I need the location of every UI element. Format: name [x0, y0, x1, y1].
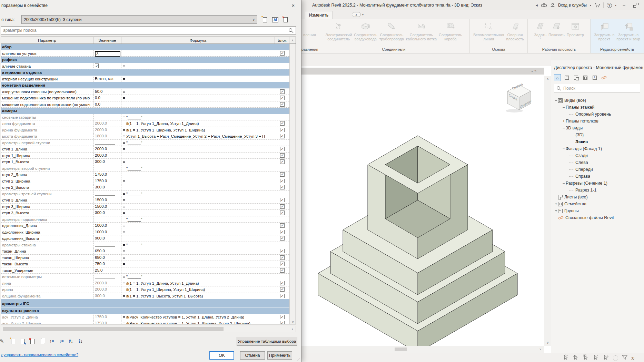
lock-cell[interactable] — [275, 165, 289, 172]
lock-cell[interactable]: ✓ — [275, 204, 289, 210]
parameter-row[interactable]: ступ 2_Ширина1750.0=✓ — [1, 178, 289, 185]
column-header-parameter[interactable]: Параметр — [1, 37, 93, 43]
parameter-formula[interactable]: = if(1 = 1, Уступ 1_Длина, Уступ 1_Длина… — [121, 120, 275, 127]
parameter-value[interactable]: 2000.0 — [93, 120, 121, 127]
ribbon-button-Опорная[interactable]: Опорнаяплоскость — [505, 20, 525, 41]
tree-item-сзади[interactable]: Сзади — [551, 152, 644, 159]
parameter-value[interactable]: 2000.0 — [93, 127, 121, 133]
lock-checkbox[interactable]: ✓ — [280, 51, 285, 56]
parameter-row[interactable]: асч_Уступ 2_Длина1750.0= if(Расч_Количес… — [1, 314, 289, 321]
scroll-right-icon[interactable]: › — [537, 346, 543, 353]
parameter-row[interactable]: такан_Ширина650.0=✓ — [1, 255, 289, 261]
sort-asc-icon[interactable]: AZ↓ — [68, 338, 75, 345]
tree-item-группы[interactable]: +Группы — [551, 207, 644, 214]
parameter-value[interactable]: 1000.0 — [93, 229, 121, 235]
parameter-row[interactable]: ступ 3_Высота300.0=✓ — [1, 210, 289, 216]
lock-cell[interactable]: ✓ — [275, 89, 289, 95]
scroll-up-icon[interactable]: ∧ — [544, 76, 551, 82]
select-underlay-icon[interactable] — [573, 354, 579, 362]
lock-cell[interactable]: ✓ — [275, 133, 289, 139]
parameter-value[interactable] — [93, 216, 121, 223]
parameter-formula[interactable]: = if(Расч_Количество уступов = 1, Уступ … — [121, 320, 275, 324]
parameter-formula[interactable]: = — [121, 235, 275, 242]
browser-tab-views-icon[interactable] — [563, 74, 570, 81]
parameter-value[interactable]: 1000.0 — [93, 223, 121, 229]
ribbon-panel-label[interactable]: Основа — [470, 46, 527, 53]
parameter-formula[interactable]: = — [121, 197, 275, 203]
ribbon-button-Просмотр[interactable]: Просмотр — [566, 20, 585, 37]
parameter-formula[interactable]: = — [121, 101, 275, 108]
tree-item-связанные-файлы-revit[interactable]: Связанные файлы Revit — [551, 214, 644, 221]
parameter-value[interactable]: 2000.0 — [93, 146, 121, 152]
lock-checkbox[interactable]: ✓ — [280, 294, 285, 298]
minimize-button[interactable]: – — [620, 3, 628, 8]
lock-cell[interactable]: ✓ — [275, 95, 289, 101]
parameter-value[interactable]: 2000.0 — [93, 153, 121, 159]
lock-cell[interactable]: ✓ — [275, 101, 289, 108]
ribbon-panel-label[interactable]: Редактор семейств — [591, 46, 644, 53]
tree-item-label[interactable]: Эскиз — [575, 139, 588, 144]
group-row[interactable]: араметры стакана= "______" — [1, 242, 289, 248]
parameter-formula[interactable]: = if(1 = 1, Уступ 1_Ширина, Уступ 1_Шири… — [121, 286, 275, 293]
browser-tab-link-icon[interactable] — [601, 74, 607, 81]
group-row[interactable]: истемные параметры= "______" — [1, 274, 289, 280]
cancel-button[interactable]: Отмена — [240, 351, 265, 360]
type-select[interactable]: 2000x2000x1500(h)_3 ступени ∨ — [21, 15, 257, 24]
collapse-icon[interactable]: − — [562, 126, 566, 130]
lock-cell[interactable]: ✓ — [275, 261, 289, 267]
lock-checkbox[interactable]: ✓ — [280, 211, 285, 215]
parameter-formula[interactable]: = — [121, 248, 275, 254]
delete-type-button[interactable]: × — [281, 16, 290, 24]
foundation-3d-model[interactable] — [301, 73, 551, 353]
collapse-icon[interactable]: − — [562, 146, 566, 151]
parameter-value[interactable] — [93, 114, 121, 120]
tree-item-разрезы-сечение-1-[interactable]: −Разрезы (Сечение 1) — [551, 180, 644, 187]
browser-tab-home-icon[interactable]: ⌂ — [554, 74, 561, 81]
parameter-row[interactable]: ступ 1_Высота300.0=✓ — [1, 159, 289, 165]
parameter-value[interactable]: 650.0 — [93, 255, 121, 261]
parameter-row[interactable]: ступ 1_Ширина2000.0=✓ — [1, 153, 289, 159]
parameter-row[interactable]: одколонник_Длина1000.0=✓ — [1, 223, 289, 229]
parameter-row[interactable]: такан_Длина650.0=✓ — [1, 248, 289, 255]
parameter-value[interactable] — [93, 140, 121, 146]
lock-checkbox[interactable]: ✓ — [280, 321, 285, 324]
parameter-formula[interactable]: = — [121, 255, 275, 261]
table-scroll-up-icon[interactable]: ∧ — [289, 37, 296, 43]
parameter-row[interactable]: ступ 3_Ширина1500.0=✓ — [1, 204, 289, 210]
lock-cell[interactable]: ✓ — [275, 280, 289, 286]
lock-checkbox[interactable]: ✓ — [280, 121, 285, 126]
tree-item-фасады-фасад-1-[interactable]: −Фасады (Фасад 1) — [551, 145, 644, 152]
parameter-formula[interactable]: = — [121, 146, 275, 152]
parameter-row[interactable]: оличество уступов3=✓ — [1, 50, 289, 57]
parameter-formula[interactable]: = — [121, 204, 275, 210]
parameter-value[interactable]: 650.0 — [93, 248, 121, 254]
parameter-value[interactable]: 3 — [93, 50, 121, 57]
parameter-formula[interactable]: = — [121, 261, 275, 267]
parameter-formula[interactable]: = — [121, 178, 275, 184]
tree-item-label[interactable]: Связанные файлы Revit — [565, 215, 614, 220]
ribbon-button-Соединитель[interactable]: Соединителькороба — [438, 20, 463, 41]
parameter-row[interactable]: лина фундамента2000.0= if(1 = 1, Уступ 1… — [1, 120, 289, 127]
parameter-row[interactable]: ступ 2_Длина1750.0=✓ — [1, 172, 289, 178]
tree-item-спереди[interactable]: Спереди — [551, 166, 644, 173]
browser-tab-sheets-icon[interactable] — [573, 74, 579, 81]
parameter-value[interactable]: 50.0 — [93, 89, 121, 95]
tree-item--3d-[interactable]: {3D} — [551, 131, 644, 138]
help-dropdown-icon[interactable]: ▾ — [615, 4, 616, 7]
parameter-formula[interactable]: = "______" — [121, 274, 275, 280]
tree-item-планы-этажей[interactable]: −Планы этажей — [551, 104, 644, 111]
parameter-row[interactable]: олщина фундамента300.0= if(1 = 1, Уступ … — [1, 293, 289, 300]
parameter-value[interactable]: 2000.0 — [93, 280, 121, 286]
lock-cell[interactable]: ✓ — [275, 248, 289, 254]
ok-button[interactable]: OK — [209, 351, 234, 360]
ribbon-button-Электрический[interactable]: Электрическийсоединитель — [324, 20, 353, 41]
group-row[interactable]: сновные габариты= "______" — [1, 114, 289, 121]
ribbon-panel-label[interactable]: Рабочая плоскость — [528, 46, 590, 53]
table-horizontal-scrollbar[interactable]: › — [1, 326, 296, 332]
parameter-value[interactable] — [93, 274, 121, 280]
tree-item-листы-все-[interactable]: Листы (все) — [551, 194, 644, 200]
tree-item-справа[interactable]: Справа — [551, 173, 644, 180]
lock-cell[interactable]: ✓ — [275, 184, 289, 190]
resize-grip[interactable]: ⋰ — [297, 358, 300, 361]
parameter-value[interactable]: 1800.0 — [93, 133, 121, 139]
